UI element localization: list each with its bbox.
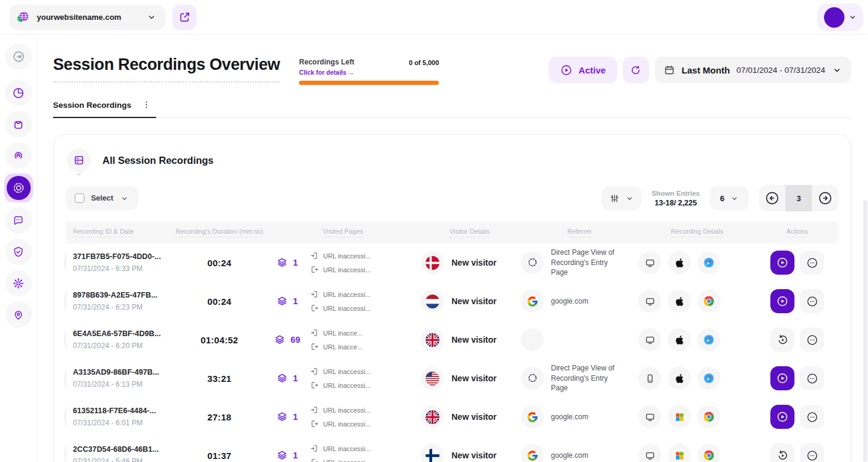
exit-url-icon: [310, 342, 319, 351]
exit-url[interactable]: URL inaccessi...: [323, 305, 371, 312]
recording-status-button[interactable]: Active: [549, 57, 617, 83]
next-page-button[interactable]: [812, 185, 838, 211]
mobile-device-icon: [638, 367, 661, 390]
exit-url[interactable]: URL inaccessi...: [323, 382, 371, 389]
column-header: Recording's Duration (mm:ss): [171, 228, 268, 237]
visited-pages-count: 1: [268, 295, 306, 307]
table-row: A3135AD9-86BF-497B... 07/31/2024 - 6:13 …: [66, 359, 838, 398]
page-size-dropdown[interactable]: 6: [710, 186, 749, 210]
tab-bar: Session Recordings: [53, 100, 851, 118]
referrer-text: Direct Page View of Recording's Entry Pa…: [551, 248, 624, 278]
more-actions-button[interactable]: [800, 366, 824, 390]
site-selector-label: yourwebsitename.com: [37, 13, 140, 22]
select-label: Select: [91, 194, 113, 202]
shown-entries-label: Shown Entries: [652, 190, 700, 197]
sidebar-item-session-recordings[interactable]: [4, 173, 33, 202]
play-recording-button[interactable]: [770, 405, 794, 429]
exit-url-icon: [310, 458, 319, 462]
more-actions-button[interactable]: [800, 289, 824, 313]
exit-url[interactable]: URL inaccessi...: [323, 459, 371, 462]
tab-session-recordings[interactable]: Session Recordings: [53, 100, 156, 117]
sidebar-item-collapse[interactable]: [5, 43, 32, 70]
recording-id[interactable]: 8978B639-A2E5-47FB...: [73, 291, 171, 299]
entry-url-icon: [310, 290, 319, 299]
entry-url[interactable]: URL inaccessi...: [323, 407, 371, 414]
recording-id[interactable]: A3135AD9-86BF-497B...: [73, 368, 171, 376]
site-selector[interactable]: yourwebsitename.com: [10, 5, 165, 30]
google-icon: [521, 290, 544, 313]
prev-page-button[interactable]: [759, 185, 785, 211]
entry-url[interactable]: URL inaccessi...: [323, 368, 371, 375]
refresh-icon: [630, 64, 641, 76]
exit-url-icon: [310, 419, 319, 428]
more-actions-button[interactable]: [800, 328, 824, 352]
denmark-flag-icon: [421, 251, 444, 274]
table-body: 371FB7B5-F075-4DD0-... 07/31/2024 - 6:33…: [66, 243, 838, 462]
direct-visit-icon: [521, 367, 544, 390]
exit-url[interactable]: URL inaccessi...: [323, 266, 371, 273]
play-recording-button[interactable]: [770, 251, 794, 275]
entry-url[interactable]: URL inaccessi...: [323, 252, 371, 260]
recording-id[interactable]: 2CC37D54-68D6-46B1...: [73, 445, 171, 454]
visitor-type: New visitor: [451, 335, 497, 345]
sidebar-item-location[interactable]: [5, 301, 32, 328]
vertical-scrollbar[interactable]: [863, 200, 867, 462]
recording-duration: 00:24: [171, 296, 268, 307]
column-header: Actions: [756, 228, 838, 237]
visitor-type: New visitor: [451, 451, 497, 460]
select-checkbox[interactable]: [75, 193, 84, 203]
macos-os-icon: [668, 367, 691, 390]
sidebar-item-settings[interactable]: [5, 270, 32, 296]
recording-id[interactable]: 61352118-F7E6-4484-...: [73, 407, 171, 415]
recording-duration: 27:18: [171, 412, 268, 422]
recordings-left-details-link[interactable]: Click for details →: [299, 69, 354, 76]
chat-icon: [12, 214, 25, 227]
replay-recording-button[interactable]: [770, 443, 794, 462]
session-recordings-icon: [7, 176, 31, 200]
entry-url[interactable]: URL inaccessi...: [323, 291, 371, 298]
sidebar-item-feedback[interactable]: [5, 207, 32, 234]
more-actions-button[interactable]: [800, 251, 824, 275]
exit-url[interactable]: URL inacce...: [323, 343, 363, 351]
recordings-left-progress-bar: [299, 81, 439, 85]
arrow-right-circle-icon: [817, 190, 833, 206]
recording-duration: 33:21: [171, 373, 268, 384]
filter-dropdown[interactable]: [602, 186, 641, 210]
more-actions-button[interactable]: [800, 443, 824, 462]
more-actions-button[interactable]: [800, 405, 824, 429]
entry-url[interactable]: URL inacce...: [323, 329, 363, 337]
open-site-button[interactable]: [172, 5, 197, 30]
recording-id[interactable]: 371FB7B5-F075-4DD0-...: [73, 252, 171, 261]
recording-status-label: Active: [579, 65, 606, 75]
account-menu[interactable]: [817, 4, 863, 31]
sidebar-item-insights[interactable]: [5, 142, 32, 169]
play-recording-button[interactable]: [770, 366, 794, 390]
google-icon: [521, 444, 544, 462]
entry-url-icon: [310, 328, 319, 337]
date-range-picker[interactable]: Last Month 07/01/2024 - 07/31/2024: [655, 57, 851, 83]
chrome-browser-icon: [697, 405, 720, 428]
play-recording-button[interactable]: [770, 289, 794, 313]
column-header: Recording Details: [638, 228, 756, 237]
visited-pages-count: 1: [268, 411, 306, 423]
desktop-device-icon: [638, 290, 661, 313]
chevron-down-icon: [625, 194, 634, 203]
recordings-group-toggle[interactable]: [67, 148, 91, 172]
replay-recording-button[interactable]: [770, 328, 794, 352]
entry-url[interactable]: URL inaccessi...: [323, 445, 371, 452]
shown-entries: Shown Entries 13-18/ 2,225: [652, 190, 700, 207]
macos-os-icon: [668, 290, 691, 313]
sidebar-item-dashboard[interactable]: [5, 80, 32, 106]
referrer-text: Direct Page View of Recording's Entry Pa…: [551, 363, 624, 393]
exit-url[interactable]: URL inaccessi...: [323, 420, 371, 428]
refresh-button[interactable]: [623, 57, 649, 83]
arrow-left-circle-icon: [764, 190, 780, 206]
recording-id[interactable]: 6E4A5EA6-57BF-4D9B...: [73, 329, 171, 338]
select-dropdown[interactable]: Select: [66, 186, 138, 210]
sidebar-item-privacy[interactable]: [5, 239, 32, 265]
filter-sliders-icon: [609, 193, 620, 204]
column-header: Visitor Details: [418, 228, 521, 237]
sidebar-item-store[interactable]: [5, 111, 32, 137]
kebab-menu-icon[interactable]: [142, 100, 151, 110]
chevron-down-icon: [75, 170, 83, 178]
